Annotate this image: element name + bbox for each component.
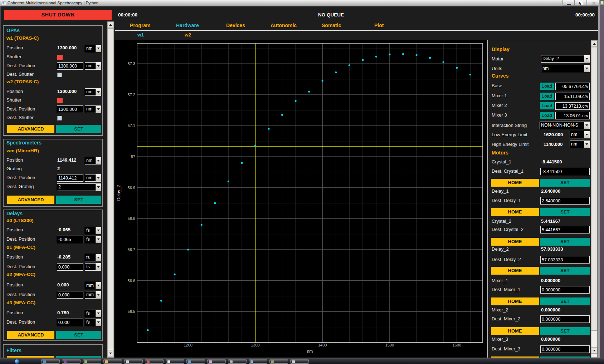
curve-mixer1-file-input[interactable] <box>555 93 590 100</box>
taskbar-app-button[interactable] <box>41 359 60 364</box>
motor-mixer-3-dest-input[interactable] <box>540 345 590 353</box>
motor-crystal-2-dest-input[interactable] <box>540 226 590 233</box>
subtab-w2[interactable]: w2 <box>185 32 191 38</box>
curve-mixer1-load-button[interactable]: Load <box>540 93 554 100</box>
tab-plot[interactable]: Plot <box>374 23 384 28</box>
curve-base-file-input[interactable] <box>555 83 590 90</box>
delay-d2-dest-unit-select[interactable]: mm <box>85 291 101 299</box>
opa-w2-dest-shutter-checkbox[interactable] <box>57 116 62 120</box>
curve-mixer3-load-button[interactable]: Load <box>540 112 554 119</box>
motor-select[interactable]: Delay_2 <box>541 55 590 63</box>
motor-delay-1-dest-input[interactable] <box>540 197 590 205</box>
delay-d3-dest-unit-select[interactable]: fs <box>85 319 101 326</box>
tab-program[interactable]: Program <box>130 23 151 28</box>
wm-position-unit-select[interactable]: nm <box>85 157 101 164</box>
scroll-up-icon[interactable] <box>591 40 598 47</box>
motor-crystal-1-dest-input[interactable] <box>540 168 590 175</box>
tab-autonomic[interactable]: Autonomic <box>271 23 297 28</box>
wm-dest-position-input[interactable] <box>57 174 83 182</box>
motor-crystal-1-set-button[interactable]: SET <box>540 179 590 187</box>
start-button[interactable] <box>14 359 19 364</box>
opa-w1-position-unit-select[interactable]: nm <box>85 45 101 52</box>
motor-delay-2-dest-input[interactable] <box>540 256 590 264</box>
delays-set-button[interactable]: SET <box>56 331 101 339</box>
opa-w2-dest-position-input[interactable] <box>57 105 83 113</box>
opa-w1-dest-position-input[interactable] <box>57 62 83 70</box>
desktop-icon[interactable] <box>600 1 604 5</box>
opa-w1-shutter-indicator[interactable] <box>57 55 63 60</box>
taskbar-app-button[interactable] <box>83 359 101 364</box>
spectrometers-advanced-button[interactable]: ADVANCED <box>7 196 54 204</box>
delay-d0-dest-position-input[interactable] <box>57 236 83 243</box>
low-energy-unit-select[interactable]: nm <box>570 131 590 138</box>
taskbar-app-button[interactable] <box>290 359 309 364</box>
motor-mixer-1-home-button[interactable]: HOME <box>491 297 539 305</box>
taskbar-app-button[interactable] <box>62 359 81 364</box>
opas-advanced-button[interactable]: ADVANCED <box>7 125 54 133</box>
taskbar-app-button[interactable] <box>186 359 205 364</box>
opa-w2-shutter-indicator[interactable] <box>57 98 63 103</box>
taskbar-app-button[interactable] <box>269 359 288 364</box>
curve-mixer2-load-button[interactable]: Load <box>540 102 554 109</box>
motor-crystal-1-home-button[interactable]: HOME <box>491 179 539 187</box>
spectrometers-set-button[interactable]: SET <box>56 196 101 204</box>
delay-d0-position-unit-select[interactable]: fs <box>85 227 101 234</box>
delay-d1-dest-unit-select[interactable]: fs <box>85 263 101 271</box>
delay-d0-dest-unit-select[interactable]: fs <box>85 236 101 243</box>
motor-crystal-2-set-button[interactable]: SET <box>540 238 590 246</box>
tab-hardware[interactable]: Hardware <box>176 23 199 28</box>
opa-w1-dest-shutter-checkbox[interactable] <box>57 73 62 77</box>
curve-mixer3-file-input[interactable] <box>555 112 590 119</box>
taskbar-app-button[interactable] <box>228 359 247 364</box>
motor-mixer-1-set-button[interactable]: SET <box>540 297 590 305</box>
taskbar-app-button[interactable] <box>145 359 164 364</box>
title-bar[interactable]: Coherent Multidimensional Spectroscopy |… <box>0 0 604 6</box>
sidebar-scrollbar-thumb[interactable] <box>107 28 114 349</box>
tab-somatic[interactable]: Somatic <box>322 23 341 28</box>
taskbar-app-button[interactable] <box>166 359 184 364</box>
opas-set-button[interactable]: SET <box>56 125 101 133</box>
taskbar-app-button[interactable] <box>103 359 122 364</box>
subtab-w1[interactable]: w1 <box>137 32 144 38</box>
wm-dest-grating-select[interactable]: 2 <box>57 183 101 191</box>
minimize-button[interactable] <box>562 0 575 6</box>
taskbar-app-button[interactable] <box>207 359 226 364</box>
shutdown-button[interactable]: SHUT DOWN <box>4 10 112 20</box>
delays-advanced-button[interactable]: ADVANCED <box>7 331 54 339</box>
scroll-down-icon[interactable] <box>107 350 114 356</box>
opa-w2-dest-unit-select[interactable]: nm <box>85 105 101 113</box>
units-select[interactable]: nm <box>541 65 590 72</box>
interaction-string-select[interactable]: NON-NON-NON-S <box>540 122 590 129</box>
delay-d1-position-unit-select[interactable]: fs <box>85 254 101 261</box>
motor-crystal-2-home-button[interactable]: HOME <box>491 238 539 246</box>
delay-d2-position-unit-select[interactable]: mm <box>85 282 101 289</box>
motor-mixer-1-dest-input[interactable] <box>540 286 590 294</box>
delay-d3-position-unit-select[interactable]: fs <box>85 310 101 317</box>
close-button[interactable] <box>587 0 600 6</box>
right-panel-scrollbar-thumb[interactable] <box>591 48 598 331</box>
scroll-up-icon[interactable] <box>107 21 114 28</box>
opa-w2-position-unit-select[interactable]: nm <box>85 88 101 96</box>
taskbar-app-button[interactable] <box>249 359 267 364</box>
delay-d1-dest-position-input[interactable] <box>57 263 83 271</box>
tab-devices[interactable]: Devices <box>226 23 245 28</box>
opa-w1-dest-unit-select[interactable]: nm <box>85 62 101 70</box>
tuning-curve-plot[interactable]: 1200130014001500160056.556.656.756.856.9… <box>115 40 487 358</box>
motor-mixer-2-set-button[interactable]: SET <box>540 327 590 335</box>
motor-delay-2-home-button[interactable]: HOME <box>491 267 539 275</box>
scroll-down-icon[interactable] <box>591 347 598 354</box>
delay-d3-dest-position-input[interactable] <box>57 319 83 326</box>
motor-delay-1-home-button[interactable]: HOME <box>491 208 539 216</box>
motor-mixer-2-home-button[interactable]: HOME <box>491 327 539 335</box>
motor-delay-2-set-button[interactable]: SET <box>540 267 590 275</box>
restore-button[interactable] <box>575 0 587 6</box>
curve-mixer2-file-input[interactable] <box>555 102 590 110</box>
taskbar[interactable] <box>0 359 604 364</box>
delay-d2-dest-position-input[interactable] <box>57 291 83 299</box>
curve-base-load-button[interactable]: Load <box>540 83 554 90</box>
wm-dest-unit-select[interactable]: nm <box>85 174 101 182</box>
high-energy-unit-select[interactable]: nm <box>570 141 590 148</box>
motor-mixer-2-dest-input[interactable] <box>540 315 590 323</box>
motor-delay-1-set-button[interactable]: SET <box>540 208 590 216</box>
taskbar-app-button[interactable] <box>124 359 143 364</box>
